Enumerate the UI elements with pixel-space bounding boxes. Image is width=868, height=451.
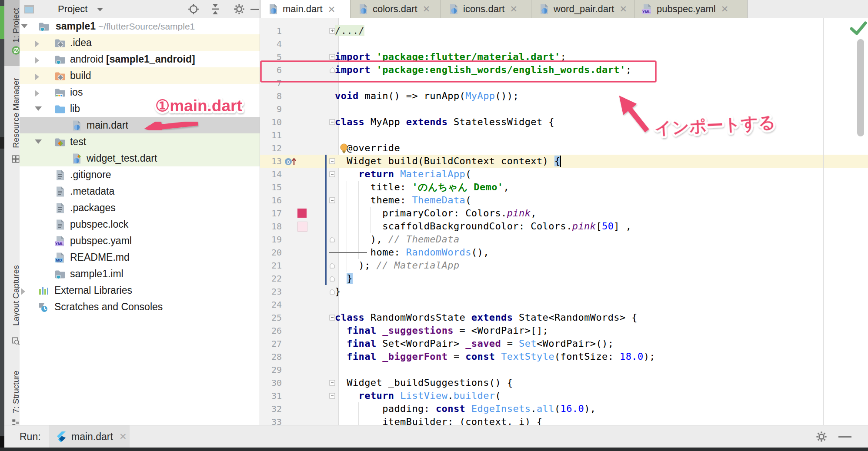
editor-tab-word-pair-dart[interactable]: word_pair.dart✕ xyxy=(531,0,634,18)
code-line-18[interactable]: scaffoldBackgroundColor: Colors.pink[50]… xyxy=(335,220,631,233)
fold-marker-minus[interactable] xyxy=(329,119,335,125)
editor-tab-icons-dart[interactable]: icons.dart✕ xyxy=(441,0,531,18)
code-line-23[interactable]: } xyxy=(335,285,341,298)
fold-marker-end[interactable] xyxy=(329,236,335,242)
tree-row--metadata[interactable]: .metadata xyxy=(20,183,260,199)
code-line-15[interactable]: title: 'のんちゃん Demo', xyxy=(335,181,509,194)
settings-icon[interactable] xyxy=(234,3,245,15)
tree-row-label: pubspec.lock xyxy=(70,216,128,232)
project-panel-title[interactable]: Project xyxy=(58,3,87,15)
overriding-method-icon[interactable]: o xyxy=(284,156,297,167)
tree-row-build[interactable]: build xyxy=(20,67,260,84)
tree-row--gitignore[interactable]: .gitignore xyxy=(20,166,260,183)
fold-marker-minus[interactable] xyxy=(329,393,335,399)
tree-row-widget-test-dart[interactable]: widget_test.dart xyxy=(20,150,260,166)
fold-marker-end[interactable] xyxy=(329,67,335,73)
code-line-14[interactable]: return MaterialApp( xyxy=(335,168,471,181)
editor-tab-colors-dart[interactable]: colors.dart✕ xyxy=(351,0,441,18)
chevron-collapsed-icon[interactable] xyxy=(35,90,39,97)
chevron-collapsed-icon[interactable] xyxy=(35,57,39,64)
run-tab-main-dart[interactable]: main.dart ✕ xyxy=(49,425,130,448)
code-token: _suggestions xyxy=(382,325,454,336)
close-icon[interactable]: ✕ xyxy=(423,4,431,13)
code-token: /.../ xyxy=(335,25,364,36)
line-number: 17 xyxy=(260,207,282,220)
fold-marker-minus[interactable] xyxy=(329,197,335,203)
code-line-22[interactable]: } xyxy=(335,272,353,285)
chevron-expanded-icon[interactable] xyxy=(35,106,42,111)
settings-icon[interactable] xyxy=(816,431,827,442)
code-line-6[interactable]: import 'package:english_words/english_wo… xyxy=(335,63,631,76)
code-line-21[interactable]: ); // MaterialApp xyxy=(335,259,460,272)
chevron-collapsed-icon[interactable] xyxy=(21,288,25,295)
code-token: } xyxy=(347,273,353,284)
close-icon[interactable]: ✕ xyxy=(510,4,517,13)
tree-row-pubspec-lock[interactable]: pubspec.lock xyxy=(20,216,260,232)
code-token: ( xyxy=(465,169,471,179)
fold-marker-minus[interactable] xyxy=(329,171,335,177)
code-line-16[interactable]: theme: ThemeData( xyxy=(335,194,471,207)
tree-row--idea[interactable]: .idea xyxy=(20,34,260,51)
fold-marker-end[interactable] xyxy=(329,262,335,269)
code-line-25[interactable]: class RandomWordsState extends State<Ran… xyxy=(335,311,638,324)
close-icon[interactable]: ✕ xyxy=(721,4,729,13)
code-line-27[interactable]: final Set<WordPair> _saved = Set<WordPai… xyxy=(335,337,614,350)
code-line-5[interactable]: import 'package:flutter/material.dart'; xyxy=(335,50,566,63)
hide-panel-icon[interactable] xyxy=(838,436,851,438)
close-icon[interactable]: ✕ xyxy=(619,4,627,13)
scrollbar-thumb[interactable] xyxy=(857,39,864,136)
fold-marker-end[interactable] xyxy=(329,289,335,295)
code-line-28[interactable]: final _biggerFont = const TextStyle(font… xyxy=(335,350,655,363)
tree-row-readme-md[interactable]: MDREADME.md xyxy=(20,249,260,265)
code-line-10[interactable]: class MyApp extends StatelessWidget { xyxy=(335,116,554,129)
code-line-1[interactable]: /.../ xyxy=(335,24,364,37)
tree-row-scratches-and-consoles[interactable]: Scratches and Consoles xyxy=(20,298,260,315)
tree-row-external-libraries[interactable]: External Libraries xyxy=(20,282,260,298)
chevron-expanded-icon[interactable] xyxy=(21,24,28,28)
color-preview-swatch[interactable] xyxy=(297,222,307,232)
tree-row-main-dart[interactable]: main.dart xyxy=(20,117,260,133)
tree-row--packages[interactable]: .packages xyxy=(20,199,260,216)
tree-row-lib[interactable]: lib xyxy=(20,100,260,117)
yml-icon: YML xyxy=(641,3,653,15)
color-preview-swatch[interactable] xyxy=(297,209,307,218)
locate-icon[interactable] xyxy=(188,3,199,15)
close-icon[interactable]: ✕ xyxy=(119,431,127,442)
chevron-expanded-icon[interactable] xyxy=(35,139,42,144)
code-line-20[interactable]: home: RandomWords(), xyxy=(335,246,489,259)
hide-panel-icon[interactable] xyxy=(249,3,260,15)
tree-row-ios[interactable]: ios xyxy=(20,84,260,100)
editor-tab-main-dart[interactable]: main.dart✕ xyxy=(260,0,351,18)
code-token: ), xyxy=(584,403,596,414)
fold-marker-minus[interactable] xyxy=(329,315,335,321)
fold-marker-minus[interactable] xyxy=(329,54,335,60)
code-line-8[interactable]: void main() => runApp(MyApp()); xyxy=(335,90,519,103)
code-line-26[interactable]: final _suggestions = <WordPair>[]; xyxy=(335,324,548,337)
code-line-31[interactable]: return ListView.builder( xyxy=(335,389,501,402)
fold-marker-end[interactable] xyxy=(329,275,335,282)
chevron-collapsed-icon[interactable] xyxy=(35,40,39,47)
code-line-19[interactable]: ), // ThemeData xyxy=(335,233,460,246)
code-line-32[interactable]: padding: const EdgeInsets.all(16.0), xyxy=(335,402,596,415)
fold-marker-minus[interactable] xyxy=(329,158,335,164)
tree-row-sample1-iml[interactable]: sample1.iml xyxy=(20,265,260,282)
code-line-33[interactable]: itemBuilder: (context, i) { xyxy=(335,415,543,425)
fold-marker-minus[interactable] xyxy=(329,380,335,386)
close-icon[interactable]: ✕ xyxy=(328,5,336,14)
tree-row-sample1[interactable]: sample1 ~/flutterSource/sample1 xyxy=(20,18,260,34)
chevron-down-icon[interactable] xyxy=(97,8,103,11)
tree-row-pubspec-yaml[interactable]: YMLpubspec.yaml xyxy=(20,232,260,249)
code-line-30[interactable]: Widget _buildSuggestions() { xyxy=(335,376,513,389)
code-token: EdgeInsets xyxy=(471,403,531,414)
fold-marker-plus[interactable] xyxy=(329,28,335,34)
code-line-13[interactable]: Widget build(BuildContext context) { xyxy=(335,155,561,168)
chevron-collapsed-icon[interactable] xyxy=(35,73,39,80)
collapse-all-icon[interactable] xyxy=(210,3,221,15)
tree-row-android[interactable]: android [sample1_android] xyxy=(20,51,260,67)
scrollbar-track-divider xyxy=(823,18,824,425)
code-editor[interactable]: 1/.../45import 'package:flutter/material… xyxy=(260,18,868,425)
editor-tab-pubspec-yaml[interactable]: YMLpubspec.yaml✕ xyxy=(634,0,748,18)
code-line-17[interactable]: primaryColor: Colors.pink, xyxy=(335,207,537,220)
intention-bulb-icon[interactable] xyxy=(338,143,350,154)
tree-row-test[interactable]: test xyxy=(20,133,260,150)
